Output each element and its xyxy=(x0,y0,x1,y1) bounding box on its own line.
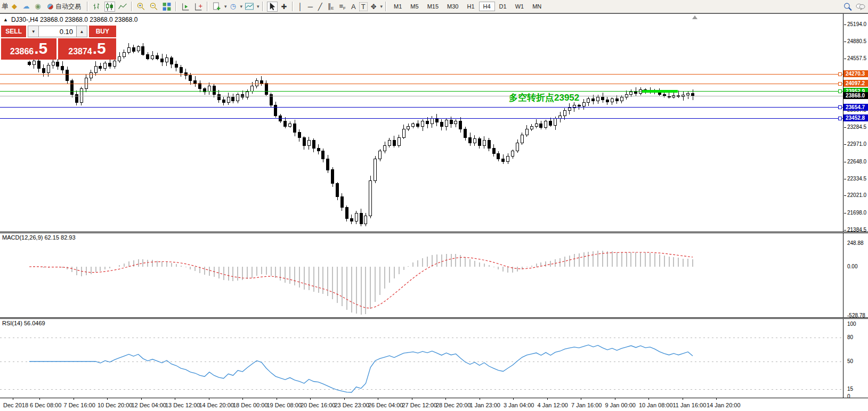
indicators-dropdown-icon[interactable]: ▾ xyxy=(257,4,259,9)
time-tick xyxy=(141,398,142,400)
one-click-collapse-icon[interactable]: ▲ xyxy=(3,17,8,22)
search-icon[interactable] xyxy=(843,2,853,11)
timeframe-w1[interactable]: W1 xyxy=(511,2,529,11)
time-tick xyxy=(242,398,243,400)
gold-icon[interactable]: ◆ xyxy=(9,1,20,12)
community-icon[interactable]: ☁ xyxy=(21,1,31,12)
time-label: 7 Jan 16:00 xyxy=(571,402,602,408)
time-tick xyxy=(344,398,345,400)
price-tick: 23284.5 xyxy=(843,124,866,130)
autotrading-button[interactable]: 自动交易 xyxy=(44,1,84,12)
time-tick xyxy=(209,398,209,400)
time-tick xyxy=(13,398,13,400)
price-axis[interactable]: 25194.024880.524557.524244.023931.023607… xyxy=(843,14,868,398)
buy-button[interactable]: BUY xyxy=(89,26,116,37)
cursor-icon[interactable] xyxy=(267,2,277,11)
chart-shift-icon[interactable] xyxy=(193,2,203,11)
pivot-annotation: 多空转折点23952 xyxy=(509,92,579,104)
arrows-tool-icon[interactable]: ✥ xyxy=(369,3,379,11)
timeframe-group: M1M5M15M30H1H4D1W1MN xyxy=(390,2,546,11)
time-label: 28 Dec 20:00 xyxy=(436,402,470,408)
time-tick xyxy=(412,398,412,400)
time-tick xyxy=(74,398,74,400)
text-tool-icon[interactable]: A xyxy=(349,3,358,11)
time-label: 3 Jan 04:00 xyxy=(504,402,534,408)
price-line-label: 24097.2 xyxy=(843,80,868,87)
timeframe-h4[interactable]: H4 xyxy=(479,2,495,11)
macd-axis-label: 248.88 xyxy=(847,240,864,246)
time-tick xyxy=(648,398,649,400)
chart-title: ▲ DJ30-,H4 23868.0 23868.0 23868.0 23868… xyxy=(3,16,137,23)
new-order-partial-label[interactable]: 单 xyxy=(2,1,8,12)
one-click-trading-panel: SELL ▼ ▲ BUY 23866 .5 23874 .5 xyxy=(1,26,116,60)
chat-icon[interactable] xyxy=(856,2,865,11)
zoom-out-icon[interactable] xyxy=(149,2,159,11)
vertical-line-tool-icon[interactable]: │ xyxy=(296,3,305,11)
trendline-tool-icon[interactable]: ╱ xyxy=(316,3,325,11)
zoom-in-icon[interactable] xyxy=(136,2,146,11)
price-line-label: 23654.7 xyxy=(843,104,868,111)
price-tick: 21698.0 xyxy=(843,210,866,216)
price-tick: 22021.0 xyxy=(843,192,866,199)
equidistant-channel-tool-icon[interactable]: ∥E xyxy=(326,2,336,11)
macd-label: MACD(12,26,9) 62.15 82.93 xyxy=(2,234,76,241)
timeframe-h1[interactable]: H1 xyxy=(463,2,478,11)
signal-icon[interactable]: ◉ xyxy=(33,1,43,12)
time-tick xyxy=(615,398,615,400)
time-axis[interactable]: Dec 20186 Dec 08:007 Dec 16:0010 Dec 20:… xyxy=(0,398,868,411)
time-label: 26 Dec 04:00 xyxy=(368,402,403,408)
timeframe-d1[interactable]: D1 xyxy=(495,2,511,11)
bar-chart-icon[interactable] xyxy=(92,2,102,11)
time-tick xyxy=(175,398,175,400)
periods-dropdown-icon[interactable]: ▾ xyxy=(240,4,243,9)
chart-window: ▲ DJ30-,H4 23868.0 23868.0 23868.0 23868… xyxy=(0,13,868,411)
time-tick xyxy=(39,398,40,400)
horizontal-line-tool-icon[interactable]: ─ xyxy=(306,3,315,11)
time-label: 14 Dec 20:00 xyxy=(199,402,234,408)
macd-pane[interactable] xyxy=(0,233,843,317)
candlestick-chart-icon[interactable] xyxy=(105,2,115,11)
separator xyxy=(131,2,133,11)
buy-price-main: 23874 xyxy=(68,47,92,56)
time-tick xyxy=(581,398,581,400)
sell-button[interactable]: SELL xyxy=(1,26,26,37)
panel-divider[interactable] xyxy=(0,232,868,233)
sell-price-main: 23866 xyxy=(10,47,34,56)
volume-input[interactable] xyxy=(39,26,76,37)
arrows-dropdown-icon[interactable]: ▾ xyxy=(380,4,383,9)
rsi-axis-label: 50 xyxy=(847,358,853,364)
timeframe-m30[interactable]: M30 xyxy=(443,2,463,11)
volume-down-button[interactable]: ▼ xyxy=(28,26,39,37)
time-tick xyxy=(683,398,683,400)
timeframe-m1[interactable]: M1 xyxy=(390,2,406,11)
fibonacci-tool-icon[interactable]: ≡F xyxy=(337,2,348,11)
volume-up-button[interactable]: ▲ xyxy=(76,26,87,37)
new-order-dropdown-icon[interactable]: ▾ xyxy=(224,4,227,9)
periods-icon[interactable]: ◷ xyxy=(228,1,239,12)
time-tick xyxy=(716,398,717,400)
price-tick: 22648.0 xyxy=(843,159,866,165)
crosshair-icon[interactable]: ✚ xyxy=(279,3,289,11)
line-chart-icon[interactable] xyxy=(118,2,127,11)
time-label: 18 Dec 00:00 xyxy=(233,402,267,408)
timeframe-m5[interactable]: M5 xyxy=(406,2,423,11)
tile-windows-icon[interactable] xyxy=(162,2,172,11)
time-label: 23 Dec 23:00 xyxy=(335,402,369,408)
text-label-tool-icon[interactable]: T xyxy=(359,2,368,11)
autotrading-label: 自动交易 xyxy=(55,2,81,11)
time-label: 11 Jan 16:00 xyxy=(673,402,707,408)
main-chart-pane[interactable] xyxy=(0,14,843,232)
rsi-pane[interactable] xyxy=(0,319,843,398)
new-order-icon[interactable] xyxy=(212,2,222,11)
chart-shift-marker xyxy=(692,15,697,19)
indicators-icon[interactable] xyxy=(245,2,254,11)
time-tick xyxy=(277,398,277,400)
separator xyxy=(262,2,264,11)
panel-divider[interactable] xyxy=(0,317,868,319)
timeframe-mn[interactable]: MN xyxy=(528,2,546,11)
autotrading-icon xyxy=(47,4,53,10)
time-tick xyxy=(480,398,480,400)
timeframe-m15[interactable]: M15 xyxy=(423,2,443,11)
auto-scroll-icon[interactable] xyxy=(181,2,190,11)
price-tick: 24557.5 xyxy=(843,55,866,62)
